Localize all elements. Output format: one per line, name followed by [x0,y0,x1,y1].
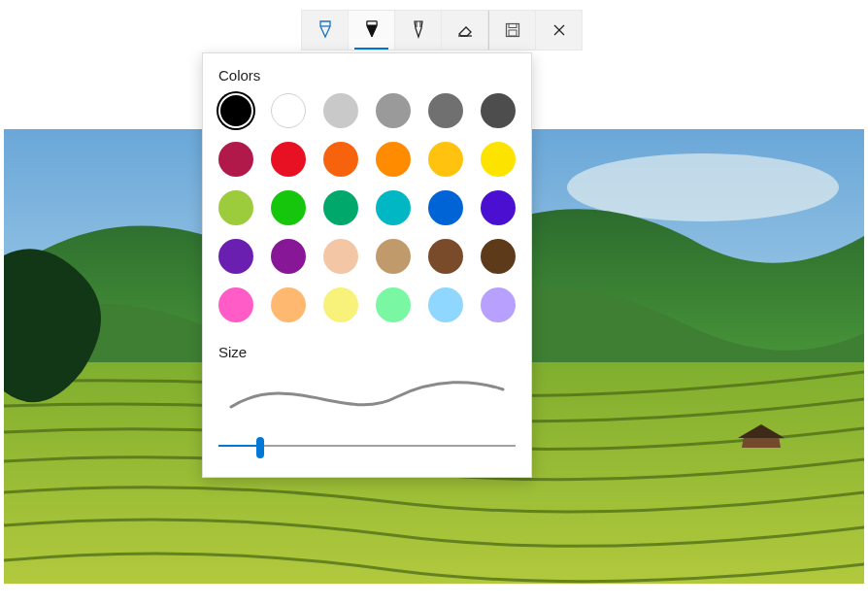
color-swatch-sky[interactable] [428,287,463,322]
color-swatch-tan[interactable] [376,239,411,274]
slider-thumb[interactable] [256,437,264,458]
slider-fill [218,445,260,447]
color-swatch-white[interactable] [271,93,306,128]
color-swatch-yellow[interactable] [481,142,516,177]
color-swatch-black[interactable] [218,93,253,128]
ballpoint-pen-tool[interactable] [302,11,349,50]
svg-rect-6 [367,21,377,25]
pencil-tool[interactable] [349,11,395,50]
size-label: Size [218,344,516,360]
eraser-tool[interactable] [442,11,488,50]
color-swatch-silver[interactable] [323,93,358,128]
size-slider[interactable] [218,436,516,455]
color-swatch-amber[interactable] [376,142,411,177]
color-swatch-purple[interactable] [271,239,306,274]
color-swatch-peach[interactable] [323,239,358,274]
color-swatch-pink[interactable] [218,287,253,322]
pen-settings-popup: Colors Size [202,52,532,478]
color-swatch-sea-green[interactable] [323,190,358,225]
color-swatch-blue[interactable] [428,190,463,225]
color-swatch-dark-gray[interactable] [428,93,463,128]
save-button[interactable] [489,11,536,50]
color-swatch-crimson[interactable] [218,142,253,177]
color-swatch-brown[interactable] [428,239,463,274]
highlighter-icon [410,19,427,41]
color-swatch-lime[interactable] [218,190,253,225]
color-swatch-violet[interactable] [218,239,253,274]
color-swatch-light-orange[interactable] [271,287,306,322]
color-swatch-charcoal[interactable] [481,93,516,128]
color-swatch-mint[interactable] [376,287,411,322]
svg-rect-12 [509,30,517,36]
pencil-icon [363,19,381,41]
eraser-icon [455,20,475,40]
color-swatch-green[interactable] [271,190,306,225]
close-icon [551,22,567,38]
save-icon [504,21,521,39]
color-swatch-teal[interactable] [376,190,411,225]
colors-label: Colors [218,67,516,84]
color-swatch-red[interactable] [271,142,306,177]
ballpoint-pen-icon [317,19,334,41]
ink-toolbar [301,10,583,50]
svg-point-1 [567,153,839,221]
color-swatch-pale-yellow[interactable] [323,287,358,322]
close-button[interactable] [536,11,582,50]
svg-rect-11 [509,24,517,28]
highlighter-tool[interactable] [395,11,442,50]
color-swatch-dark-brown[interactable] [481,239,516,274]
color-swatch-orange[interactable] [323,142,358,177]
color-swatch-indigo[interactable] [481,190,516,225]
color-swatch-grid [218,93,516,322]
color-swatch-gold[interactable] [428,142,463,177]
size-preview [218,370,516,419]
color-swatch-lavender[interactable] [481,287,516,322]
color-swatch-gray[interactable] [376,93,411,128]
